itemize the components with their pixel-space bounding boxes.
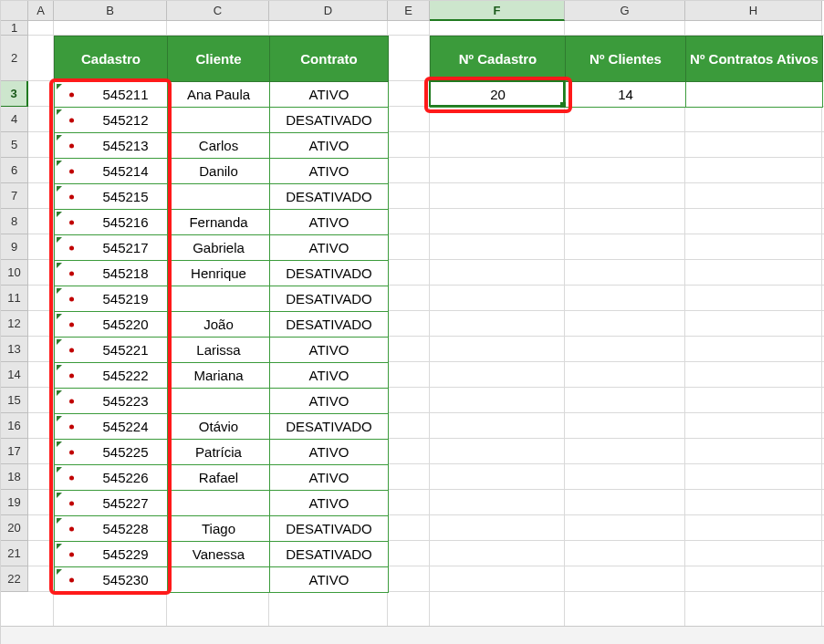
- cadastro-table[interactable]: Cadastro Cliente Contrato 545211Ana Paul…: [54, 36, 389, 593]
- cell-cliente[interactable]: Otávio: [168, 414, 270, 440]
- table-row[interactable]: 545216FernandaATIVO: [55, 210, 389, 235]
- cell-contrato[interactable]: DESATIVADO: [270, 312, 389, 338]
- column-header-G[interactable]: G: [565, 1, 685, 21]
- table-row[interactable]: 545220JoãoDESATIVADO: [55, 312, 389, 338]
- cell-cliente[interactable]: Larissa: [168, 338, 270, 363]
- row-header-14[interactable]: 14: [1, 362, 28, 388]
- table-row[interactable]: 545221LarissaATIVO: [55, 338, 389, 363]
- cell-cadastro[interactable]: 545211: [55, 82, 168, 108]
- row-header-7[interactable]: 7: [1, 183, 28, 209]
- cell-cliente[interactable]: [168, 567, 270, 593]
- cell-contrato[interactable]: DESATIVADO: [270, 414, 389, 440]
- cell-n-cadastro[interactable]: 20: [431, 82, 566, 108]
- cell-contrato[interactable]: ATIVO: [270, 465, 389, 491]
- row-header-5[interactable]: 5: [1, 132, 28, 158]
- table-row[interactable]: 545230ATIVO: [55, 567, 389, 593]
- column-header-E[interactable]: E: [388, 1, 430, 21]
- table-row[interactable]: 545224OtávioDESATIVADO: [55, 414, 389, 440]
- table-row[interactable]: 545227ATIVO: [55, 491, 389, 516]
- cell-contrato[interactable]: DESATIVADO: [270, 542, 389, 567]
- row-header-11[interactable]: 11: [1, 286, 28, 311]
- row-header-19[interactable]: 19: [1, 490, 28, 515]
- column-header-F[interactable]: F: [430, 1, 565, 21]
- cell-contrato[interactable]: ATIVO: [270, 440, 389, 465]
- col-header-n-cadastro[interactable]: Nº Cadastro: [431, 36, 566, 82]
- table-row[interactable]: 545215DESATIVADO: [55, 184, 389, 210]
- row-header-4[interactable]: 4: [1, 107, 28, 132]
- cell-cadastro[interactable]: 545217: [55, 235, 168, 261]
- cell-contrato[interactable]: DESATIVADO: [270, 286, 389, 312]
- cell-cliente[interactable]: [168, 184, 270, 210]
- row-header-1[interactable]: 1: [1, 21, 28, 36]
- cell-cadastro[interactable]: 545229: [55, 542, 168, 567]
- cell-cliente[interactable]: [168, 108, 270, 133]
- cell-n-contratos-ativos[interactable]: [686, 82, 823, 108]
- cell-contrato[interactable]: ATIVO: [270, 491, 389, 516]
- cell-contrato[interactable]: ATIVO: [270, 210, 389, 235]
- cell-cliente[interactable]: Gabriela: [168, 235, 270, 261]
- row-header-18[interactable]: 18: [1, 464, 28, 490]
- row-header-12[interactable]: 12: [1, 311, 28, 337]
- cell-cadastro[interactable]: 545213: [55, 133, 168, 159]
- cell-cadastro[interactable]: 545228: [55, 516, 168, 542]
- row-header-6[interactable]: 6: [1, 158, 28, 183]
- row-header-15[interactable]: 15: [1, 388, 28, 413]
- cell-n-clientes[interactable]: 14: [566, 82, 686, 108]
- cell-cadastro[interactable]: 545224: [55, 414, 168, 440]
- cell-cadastro[interactable]: 545227: [55, 491, 168, 516]
- cell-cliente[interactable]: Carlos: [168, 133, 270, 159]
- row-header-16[interactable]: 16: [1, 413, 28, 439]
- cell-cadastro[interactable]: 545215: [55, 184, 168, 210]
- col-header-cliente[interactable]: Cliente: [168, 36, 270, 82]
- select-all-corner[interactable]: [1, 1, 28, 21]
- table-row[interactable]: 545213CarlosATIVO: [55, 133, 389, 159]
- table-row[interactable]: 545219DESATIVADO: [55, 286, 389, 312]
- cell-cadastro[interactable]: 545220: [55, 312, 168, 338]
- table-row[interactable]: 545228TiagoDESATIVADO: [55, 516, 389, 542]
- sheet-tab-strip[interactable]: [1, 626, 824, 644]
- cell-cliente[interactable]: Ana Paula: [168, 82, 270, 108]
- table-row[interactable]: 545225PatríciaATIVO: [55, 440, 389, 465]
- cell-cadastro[interactable]: 545216: [55, 210, 168, 235]
- col-header-cadastro[interactable]: Cadastro: [55, 36, 168, 82]
- column-header-A[interactable]: A: [28, 1, 54, 21]
- cell-cliente[interactable]: Rafael: [168, 465, 270, 491]
- cell-contrato[interactable]: DESATIVADO: [270, 516, 389, 542]
- col-header-n-contratos-ativos[interactable]: Nº Contratos Ativos: [686, 36, 823, 82]
- cell-cliente[interactable]: Vanessa: [168, 542, 270, 567]
- cell-contrato[interactable]: DESATIVADO: [270, 261, 389, 286]
- table-row[interactable]: 545229VanessaDESATIVADO: [55, 542, 389, 567]
- cell-cadastro[interactable]: 545221: [55, 338, 168, 363]
- table-row[interactable]: 545217GabrielaATIVO: [55, 235, 389, 261]
- cell-contrato[interactable]: ATIVO: [270, 235, 389, 261]
- cell-contrato[interactable]: ATIVO: [270, 567, 389, 593]
- cell-contrato[interactable]: ATIVO: [270, 338, 389, 363]
- cell-contrato[interactable]: ATIVO: [270, 133, 389, 159]
- cell-cliente[interactable]: Henrique: [168, 261, 270, 286]
- table-row[interactable]: 545226RafaelATIVO: [55, 465, 389, 491]
- grid-cells[interactable]: Cadastro Cliente Contrato 545211Ana Paul…: [28, 21, 824, 644]
- row-header-13[interactable]: 13: [1, 337, 28, 362]
- cell-cadastro[interactable]: 545230: [55, 567, 168, 593]
- row-header-9[interactable]: 9: [1, 234, 28, 260]
- col-header-contrato[interactable]: Contrato: [270, 36, 389, 82]
- row-header-8[interactable]: 8: [1, 209, 28, 234]
- spreadsheet[interactable]: ABCDEFGH 1234567891011121314151617181920…: [0, 0, 824, 644]
- cell-cliente[interactable]: Mariana: [168, 363, 270, 389]
- cell-cliente[interactable]: Danilo: [168, 159, 270, 184]
- cell-cliente[interactable]: João: [168, 312, 270, 338]
- cell-contrato[interactable]: DESATIVADO: [270, 184, 389, 210]
- column-header-H[interactable]: H: [685, 1, 822, 21]
- cell-cadastro[interactable]: 545219: [55, 286, 168, 312]
- cell-cliente[interactable]: Patrícia: [168, 440, 270, 465]
- column-header-D[interactable]: D: [269, 1, 388, 21]
- cell-cliente[interactable]: Fernanda: [168, 210, 270, 235]
- cell-contrato[interactable]: ATIVO: [270, 159, 389, 184]
- cell-cadastro[interactable]: 545218: [55, 261, 168, 286]
- table-row[interactable]: 545212DESATIVADO: [55, 108, 389, 133]
- cell-contrato[interactable]: ATIVO: [270, 363, 389, 389]
- table-row[interactable]: 545222MarianaATIVO: [55, 363, 389, 389]
- row-header-21[interactable]: 21: [1, 541, 28, 566]
- table-row[interactable]: 545223ATIVO: [55, 389, 389, 414]
- row-header-2[interactable]: 2: [1, 36, 28, 81]
